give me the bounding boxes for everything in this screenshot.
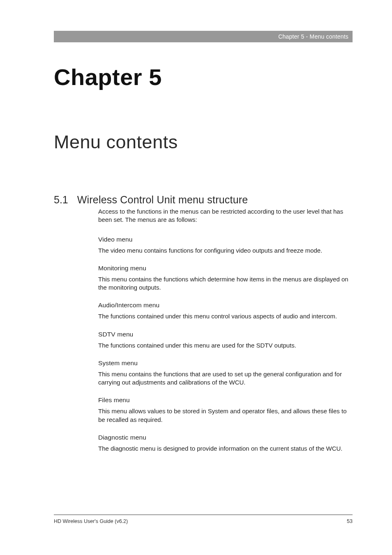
page-number: 53 (347, 518, 353, 524)
document-page: Chapter 5 - Menu contents Chapter 5 Menu… (0, 0, 392, 555)
header-text: Chapter 5 - Menu contents (278, 33, 348, 40)
chapter-label: Chapter 5 (54, 64, 162, 90)
section-title: Wireless Control Unit menu structure (77, 194, 248, 206)
header-bar: Chapter 5 - Menu contents (54, 31, 353, 42)
section-heading: 5.1 Wireless Control Unit menu structure (54, 194, 248, 206)
subsection-text: This menu contains the functions which d… (98, 275, 353, 292)
subsection: Files menu This menu allows values to be… (98, 396, 353, 424)
body-column: Access to the functions in the menus can… (98, 207, 353, 463)
subsection: SDTV menu The functions contained under … (98, 331, 353, 350)
page-title: Menu contents (54, 131, 178, 153)
subsection-heading: Monitoring menu (98, 265, 353, 272)
subsection-text: The functions contained under this menu … (98, 312, 353, 320)
footer: HD Wireless User's Guide (v6.2) 53 (54, 518, 353, 524)
subsection-text: This menu allows values to be stored in … (98, 407, 353, 424)
section-intro: Access to the functions in the menus can… (98, 207, 353, 224)
subsection-heading: Diagnostic menu (98, 434, 353, 441)
subsection-heading: System menu (98, 359, 353, 367)
subsection: Monitoring menu This menu contains the f… (98, 265, 353, 292)
subsection: Audio/Intercom menu The functions contai… (98, 302, 353, 320)
subsection-text: The functions contained under this menu … (98, 341, 353, 350)
subsection-text: The diagnostic menu is designed to provi… (98, 444, 353, 453)
footer-rule (54, 514, 353, 515)
footer-left: HD Wireless User's Guide (v6.2) (54, 518, 128, 524)
subsection-heading: Files menu (98, 396, 353, 404)
subsection-text: The video menu contains functions for co… (98, 246, 353, 255)
subsection-text: This menu contains the functions that ar… (98, 370, 353, 387)
subsection: System menu This menu contains the funct… (98, 359, 353, 387)
subsection-heading: Video menu (98, 236, 353, 243)
subsection: Diagnostic menu The diagnostic menu is d… (98, 434, 353, 453)
subsection-heading: SDTV menu (98, 331, 353, 338)
section-number: 5.1 (54, 194, 68, 206)
subsection-heading: Audio/Intercom menu (98, 302, 353, 309)
subsection: Video menu The video menu contains funct… (98, 236, 353, 255)
